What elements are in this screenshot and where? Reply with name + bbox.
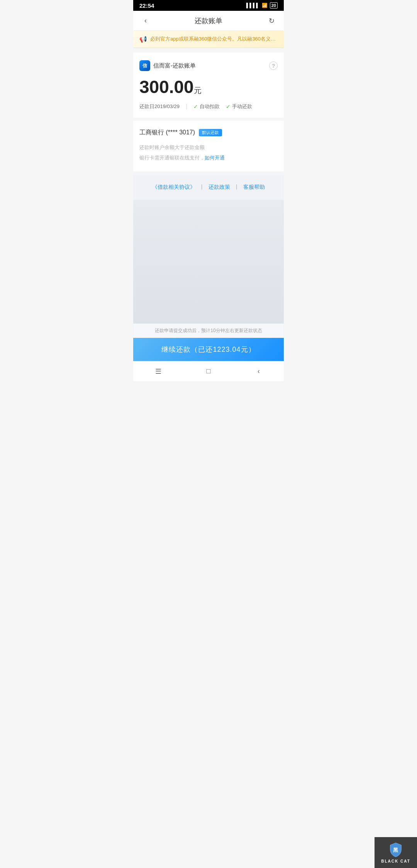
service-name: 信而富-还款账单 — [153, 62, 196, 70]
link-separator-2: 丨 — [234, 184, 239, 191]
bank-section: 工商银行 (**** 3017) 默认还款 还款时账户余额大于还款金额 银行卡需… — [133, 121, 284, 172]
help-button[interactable]: ? — [269, 61, 278, 70]
main-content-card: 信 信而富-还款账单 ? 300.00元 还款日2019/03/29 | ✓ 自… — [133, 53, 284, 118]
default-badge: 默认还款 — [199, 129, 222, 136]
repay-policy-link[interactable]: 还款政策 — [208, 184, 230, 191]
status-time: 22:54 — [139, 2, 154, 9]
battery-icon: 20 — [270, 2, 278, 8]
customer-service-link[interactable]: 客服帮助 — [243, 184, 265, 191]
how-to-enable-link[interactable]: 如何开通 — [205, 155, 225, 161]
service-logo: 信 — [139, 60, 150, 71]
links-section: 《借款相关协议》 丨 还款政策 丨 客服帮助 — [133, 175, 284, 200]
bank-header: 工商银行 (**** 3017) 默认还款 — [139, 129, 278, 137]
back-button[interactable]: ‹ — [139, 15, 152, 27]
auto-deduct: ✓ 自动扣款 — [193, 103, 220, 110]
page-container: 22:54 ▌▌▌▌ 📶 20 ‹ 还款账单 ↻ 📢 必到官方app或联系融36… — [133, 0, 284, 381]
service-info: 信 信而富-还款账单 — [139, 60, 196, 71]
cta-button[interactable]: 继续还款（已还1223.04元） — [133, 338, 284, 361]
service-header: 信 信而富-还款账单 ? — [139, 60, 278, 71]
gray-area — [133, 200, 284, 324]
link-separator-1: 丨 — [199, 184, 205, 191]
nav-back-button[interactable]: ‹ — [250, 363, 267, 380]
status-icons: ▌▌▌▌ 📶 20 — [246, 2, 278, 8]
payment-date: 还款日2019/03/29 — [139, 103, 180, 110]
bank-note-1: 还款时账户余额大于还款金额 — [139, 143, 278, 152]
warning-text: 必到官方app或联系融360微信公众号。凡以融360名义催收的 — [150, 36, 278, 42]
bank-note-2: 银行卡需开通银联在线支付，如何开通 — [139, 153, 278, 162]
home-button[interactable]: □ — [200, 363, 217, 380]
loan-agreement-link[interactable]: 《借款相关协议》 — [152, 184, 195, 191]
refresh-button[interactable]: ↻ — [265, 15, 278, 27]
warning-icon: 📢 — [139, 36, 147, 43]
check-icon-auto: ✓ — [193, 103, 198, 110]
page-title: 还款账单 — [195, 16, 222, 25]
amount-value: 300.00 — [139, 77, 194, 97]
check-icon-manual: ✓ — [226, 103, 231, 110]
manual-pay: ✓ 手动还款 — [226, 103, 252, 110]
amount-section: 300.00元 — [139, 77, 278, 97]
bottom-notice: 还款申请提交成功后，预计10分钟左右更新还款状态 — [133, 324, 284, 338]
status-bar: 22:54 ▌▌▌▌ 📶 20 — [133, 0, 284, 11]
bank-name: 工商银行 (**** 3017) — [139, 129, 195, 137]
signal-icon: ▌▌▌▌ — [246, 3, 259, 8]
wifi-icon: 📶 — [262, 3, 268, 8]
payment-divider: | — [186, 103, 187, 110]
amount-unit: 元 — [194, 86, 202, 95]
bottom-nav: ☰ □ ‹ — [133, 361, 284, 381]
amount-display: 300.00元 — [139, 77, 278, 97]
service-logo-text: 信 — [142, 63, 147, 69]
menu-button[interactable]: ☰ — [150, 363, 167, 380]
warning-banner: 📢 必到官方app或联系融360微信公众号。凡以融360名义催收的 — [133, 31, 284, 48]
nav-bar: ‹ 还款账单 ↻ — [133, 11, 284, 31]
payment-meta: 还款日2019/03/29 | ✓ 自动扣款 ✓ 手动还款 — [139, 103, 278, 110]
